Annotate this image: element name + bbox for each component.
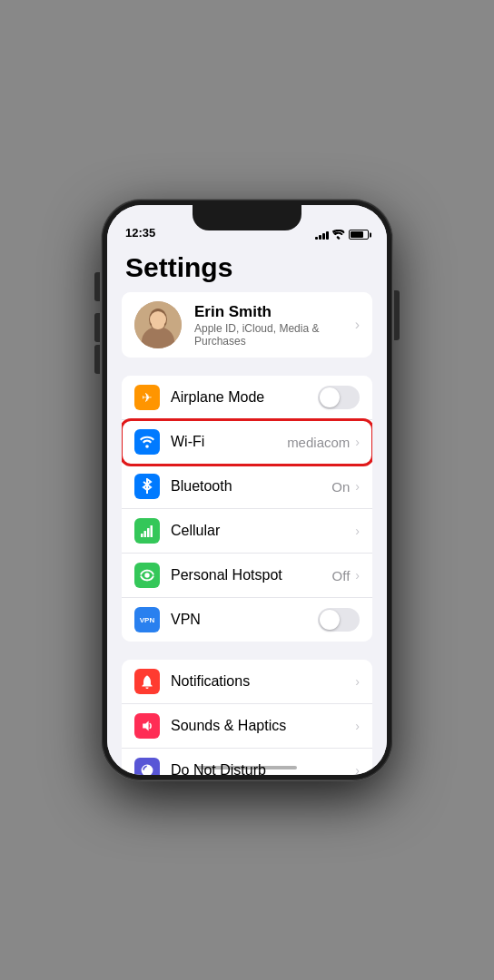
- profile-info: Erin Smith Apple ID, iCloud, Media & Pur…: [194, 303, 355, 348]
- status-time: 12:35: [125, 226, 155, 240]
- notch: [193, 205, 301, 230]
- sounds-haptics-label: Sounds & Haptics: [171, 718, 355, 734]
- cellular-label: Cellular: [171, 523, 355, 539]
- airplane-mode-label: Airplane Mode: [171, 389, 318, 406]
- sounds-haptics-chevron: ›: [355, 719, 360, 733]
- bluetooth-value: On: [331, 479, 350, 495]
- wifi-chevron: ›: [355, 435, 360, 449]
- svg-rect-7: [141, 534, 143, 537]
- notifications-icon: [134, 669, 160, 694]
- wifi-icon: [134, 429, 160, 455]
- signal-icon: [315, 230, 329, 240]
- svg-point-6: [145, 445, 149, 448]
- personal-hotspot-value: Off: [332, 568, 351, 583]
- svg-marker-12: [143, 720, 148, 730]
- airplane-mode-icon: ✈: [134, 385, 160, 410]
- vpn-label: VPN: [171, 612, 318, 628]
- cellular-icon: [134, 518, 160, 544]
- notifications-label: Notifications: [171, 673, 355, 690]
- connectivity-group: ✈ Airplane Mode: [122, 376, 372, 642]
- airplane-mode-row[interactable]: ✈ Airplane Mode: [122, 376, 372, 420]
- profile-chevron: ›: [355, 317, 360, 333]
- wifi-status-icon: [332, 230, 345, 240]
- phone-screen: 12:35 Sett: [107, 205, 387, 775]
- profile-name: Erin Smith: [194, 303, 355, 321]
- personal-hotspot-label: Personal Hotspot: [171, 567, 332, 583]
- profile-row[interactable]: Erin Smith Apple ID, iCloud, Media & Pur…: [122, 292, 372, 358]
- svg-rect-8: [144, 531, 147, 537]
- notifications-group: Notifications › Sounds & Haptics ›: [122, 660, 372, 775]
- profile-subtitle: Apple ID, iCloud, Media & Purchases: [194, 322, 355, 348]
- cellular-chevron: ›: [355, 524, 360, 538]
- battery-icon: [349, 230, 369, 240]
- notifications-chevron: ›: [355, 674, 360, 689]
- svg-point-11: [144, 573, 149, 577]
- wifi-value: mediacom: [287, 435, 350, 450]
- sounds-haptics-row[interactable]: Sounds & Haptics ›: [122, 704, 372, 749]
- settings-content[interactable]: Settings Erin Smi: [107, 245, 387, 775]
- avatar: [134, 301, 182, 348]
- do-not-disturb-icon: [134, 758, 160, 775]
- svg-point-0: [338, 237, 341, 240]
- airplane-mode-toggle[interactable]: [318, 386, 360, 409]
- svg-point-5: [152, 320, 164, 329]
- personal-hotspot-icon: [134, 563, 160, 588]
- cellular-row[interactable]: Cellular ›: [122, 509, 372, 554]
- svg-rect-9: [147, 528, 150, 537]
- vpn-row[interactable]: VPN VPN: [122, 598, 372, 642]
- do-not-disturb-chevron: ›: [355, 763, 360, 775]
- bluetooth-icon: [134, 474, 160, 499]
- do-not-disturb-row[interactable]: Do Not Disturb ›: [122, 749, 372, 775]
- notifications-row[interactable]: Notifications ›: [122, 660, 372, 704]
- vpn-icon: VPN: [134, 607, 160, 632]
- wifi-label: Wi-Fi: [171, 434, 287, 450]
- wifi-row[interactable]: Wi-Fi mediacom ›: [122, 420, 372, 465]
- bluetooth-row[interactable]: Bluetooth On ›: [122, 465, 372, 509]
- phone-frame: 12:35 Sett: [102, 200, 392, 780]
- sounds-haptics-icon: [134, 713, 160, 739]
- personal-hotspot-chevron: ›: [355, 568, 360, 583]
- vpn-toggle[interactable]: [318, 608, 360, 632]
- bluetooth-label: Bluetooth: [171, 478, 331, 495]
- profile-section[interactable]: Erin Smith Apple ID, iCloud, Media & Pur…: [122, 292, 372, 358]
- svg-rect-10: [151, 525, 153, 537]
- personal-hotspot-row[interactable]: Personal Hotspot Off ›: [122, 554, 372, 598]
- page-title: Settings: [107, 245, 387, 292]
- bluetooth-chevron: ›: [355, 479, 360, 494]
- home-indicator: [197, 766, 297, 769]
- status-icons: [315, 230, 369, 240]
